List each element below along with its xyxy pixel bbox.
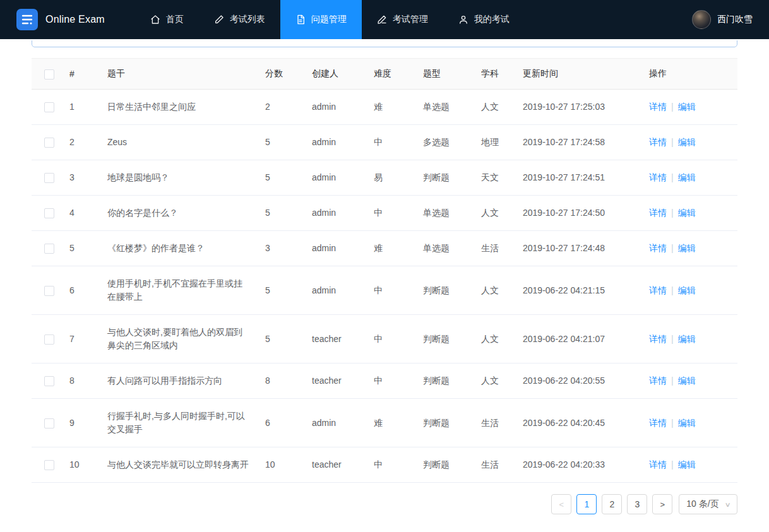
action-divider: | [671,243,674,253]
detail-link[interactable]: 详情 [649,285,667,295]
question-type: 判断题 [415,315,474,364]
edit-link[interactable]: 编辑 [678,334,696,344]
row-checkbox[interactable] [44,138,54,148]
question-score: 5 [258,315,304,364]
action-divider: | [671,418,674,428]
question-creator: teacher [304,447,366,483]
row-index: 4 [62,196,100,231]
avatar [692,10,711,29]
question-updated-time: 2019-06-22 04:21:07 [515,315,641,364]
question-score: 5 [258,266,304,315]
row-checkbox[interactable] [44,244,54,254]
action-divider: | [671,334,674,344]
next-page-button[interactable]: > [652,494,672,514]
question-type: 多选题 [415,125,474,160]
question-subject: 人文 [474,196,515,231]
column-header-5: 题型 [415,59,474,90]
edit-link[interactable]: 编辑 [678,459,696,470]
select-all-checkbox[interactable] [44,69,54,80]
action-divider: | [671,102,674,112]
nav-item-my-exams[interactable]: 我的考试 [443,0,525,39]
nav-item-label: 考试列表 [230,14,265,25]
row-checkbox[interactable] [44,376,54,386]
nav-item-question-management[interactable]: 问题管理 [280,0,362,39]
question-score: 3 [258,231,304,266]
row-checkbox[interactable] [44,208,54,218]
detail-link[interactable]: 详情 [649,334,667,344]
detail-link[interactable]: 详情 [649,459,667,470]
question-subject: 人文 [474,90,515,125]
detail-link[interactable]: 详情 [649,102,667,112]
nav-item-home[interactable]: 首页 [135,0,199,39]
question-difficulty: 中 [366,196,415,231]
row-checkbox[interactable] [44,173,54,183]
action-divider: | [671,375,674,386]
question-score: 10 [258,447,304,483]
question-creator: teacher [304,315,366,364]
detail-link[interactable]: 详情 [649,375,667,386]
detail-link[interactable]: 详情 [649,208,667,218]
nav-item-exam-management[interactable]: 考试管理 [362,0,443,39]
brand-title: Online Exam [45,14,105,25]
question-title: 有人问路可以用手指指示方向 [100,364,258,399]
detail-link[interactable]: 详情 [649,137,667,147]
edit-link[interactable]: 编辑 [678,285,696,295]
question-creator: admin [304,90,366,125]
table-row: 9行握手礼时,与多人同时握手时,可以交叉握手6admin难判断题生活2019-0… [32,399,737,447]
question-score: 5 [258,196,304,231]
page-size-value: 10 条/页 [686,499,718,510]
question-updated-time: 2019-10-27 17:24:48 [515,231,641,266]
question-updated-time: 2019-06-22 04:20:33 [515,447,641,483]
question-score: 2 [258,90,304,125]
edit-icon [377,15,387,25]
question-score: 6 [258,399,304,447]
row-checkbox[interactable] [44,102,54,112]
main-nav: 首页考试列表问题管理考试管理我的考试 [135,0,525,39]
app-logo-icon [16,9,38,30]
page-size-select[interactable]: 10 条/页∨ [679,494,737,514]
row-checkbox[interactable] [44,334,54,345]
question-updated-time: 2019-06-22 04:20:45 [515,399,641,447]
detail-link[interactable]: 详情 [649,418,667,428]
edit-link[interactable]: 编辑 [678,418,696,428]
row-checkbox[interactable] [44,286,54,296]
edit-link[interactable]: 编辑 [678,137,696,147]
page-button-1[interactable]: 1 [576,494,597,514]
table-row: 1日常生活中邻里之间应2admin难单选题人文2019-10-27 17:25:… [32,90,737,125]
column-header-4: 难度 [366,59,415,90]
detail-link[interactable]: 详情 [649,172,667,182]
edit-link[interactable]: 编辑 [678,375,696,386]
detail-link[interactable]: 详情 [649,243,667,253]
row-checkbox[interactable] [44,460,54,470]
question-title: 与他人交谈完毕就可以立即转身离开 [100,447,258,483]
user-menu[interactable]: 西门吹雪 [692,10,753,29]
edit-link[interactable]: 编辑 [678,243,696,253]
edit-link[interactable]: 编辑 [678,172,696,182]
column-header-3: 创建人 [304,59,366,90]
row-index: 9 [62,399,100,447]
nav-item-exam-list[interactable]: 考试列表 [199,0,280,39]
pen-icon [214,15,224,25]
table-row: 10与他人交谈完毕就可以立即转身离开10teacher中判断题生活2019-06… [32,447,737,483]
chevron-down-icon: ∨ [724,501,730,508]
question-difficulty: 中 [366,125,415,160]
edit-link[interactable]: 编辑 [678,208,696,218]
page-button-3[interactable]: 3 [627,494,647,514]
table-row: 2Zeus5admin中多选题地理2019-10-27 17:24:58详情|编… [32,125,737,160]
edit-link[interactable]: 编辑 [678,102,696,112]
question-type: 判断题 [415,364,474,399]
question-difficulty: 难 [366,90,415,125]
search-filter-panel[interactable] [32,40,737,47]
prev-page-button[interactable]: < [551,494,571,514]
action-divider: | [671,208,674,218]
question-score: 5 [258,125,304,160]
row-checkbox[interactable] [44,418,54,429]
brand[interactable]: Online Exam [16,9,105,30]
question-title: 与他人交谈时,要盯着他人的双眉到鼻尖的三角区域内 [100,315,258,364]
username: 西门吹雪 [717,14,753,25]
page-button-2[interactable]: 2 [602,494,622,514]
question-subject: 生活 [474,231,515,266]
question-creator: teacher [304,364,366,399]
question-creator: admin [304,399,366,447]
action-divider: | [671,137,674,147]
